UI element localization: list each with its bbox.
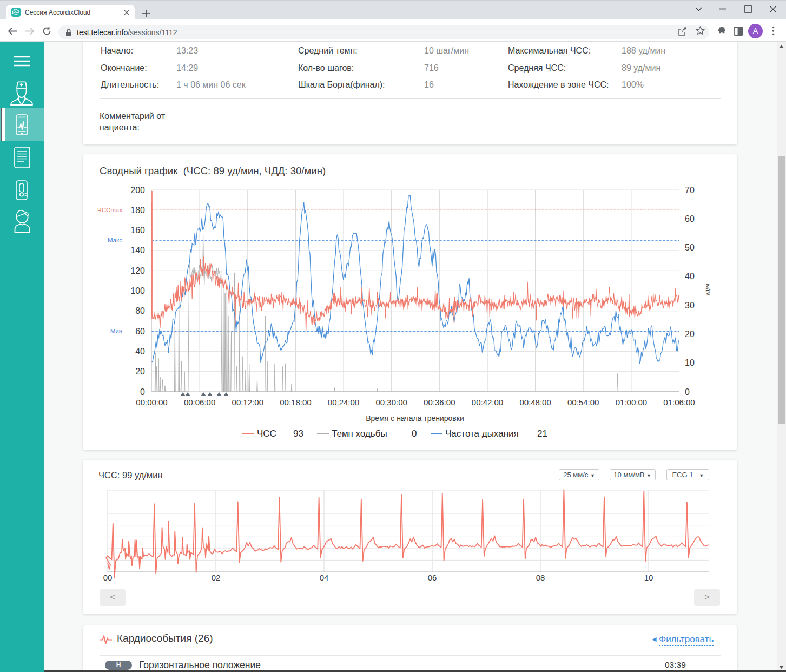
svg-text:Время с начала тренировки: Время с начала тренировки: [366, 413, 464, 422]
svg-text:00:36:00: 00:36:00: [424, 397, 455, 406]
svg-text:Сводный график (ЧСС: 89 уд/ми: Сводный график (ЧСС: 89 уд/мин, ЧДД: 30/…: [100, 164, 326, 176]
svg-text:0: 0: [685, 387, 690, 396]
svg-text:120: 120: [130, 266, 145, 275]
svg-text:08: 08: [536, 573, 545, 582]
svg-text:50: 50: [685, 243, 695, 252]
svg-text:0: 0: [140, 387, 145, 396]
svg-text:00:00:00: 00:00:00: [136, 397, 167, 406]
svg-text:00:12:00: 00:12:00: [232, 397, 263, 406]
svg-text:70: 70: [685, 185, 695, 194]
svg-text:20: 20: [135, 367, 145, 376]
svg-text:180: 180: [130, 205, 145, 214]
svg-text:10: 10: [644, 573, 653, 582]
svg-text:140: 140: [130, 246, 145, 255]
svg-text:20: 20: [685, 329, 695, 338]
svg-text:100: 100: [130, 286, 145, 295]
svg-text:ЧССmax: ЧССmax: [97, 207, 122, 213]
svg-text:Мин: Мин: [110, 328, 122, 334]
svg-text:80: 80: [135, 306, 145, 315]
svg-text:00:42:00: 00:42:00: [472, 397, 503, 406]
svg-text:02: 02: [212, 573, 221, 582]
svg-text:21: 21: [537, 428, 547, 438]
svg-text:30: 30: [685, 300, 695, 309]
svg-text:уд/м: уд/м: [704, 284, 710, 295]
svg-text:06: 06: [428, 573, 437, 582]
svg-text:01:06:00: 01:06:00: [663, 397, 695, 406]
svg-text:00:18:00: 00:18:00: [280, 397, 311, 406]
svg-text:Темп ходьбы: Темп ходьбы: [332, 428, 387, 438]
svg-text:40: 40: [135, 346, 145, 355]
svg-text:Макс: Макс: [108, 237, 122, 243]
svg-text:00:06:00: 00:06:00: [184, 397, 215, 406]
svg-text:ЧСС: ЧСС: [257, 428, 276, 438]
svg-text:60: 60: [135, 326, 145, 335]
svg-text:93: 93: [293, 428, 303, 438]
svg-text:10: 10: [685, 358, 695, 367]
svg-text:00:30:00: 00:30:00: [376, 397, 407, 406]
svg-text:04: 04: [320, 573, 329, 582]
svg-text:40: 40: [685, 272, 695, 281]
svg-text:00:48:00: 00:48:00: [519, 397, 551, 406]
svg-text:ЧСС: 99 уд/мин: ЧСС: 99 уд/мин: [98, 470, 163, 480]
svg-text:60: 60: [685, 214, 695, 223]
svg-text:00:24:00: 00:24:00: [328, 397, 359, 406]
svg-text:00:54:00: 00:54:00: [567, 397, 599, 406]
svg-text:0: 0: [412, 428, 417, 438]
svg-text:200: 200: [130, 185, 145, 194]
svg-text:160: 160: [130, 226, 145, 235]
svg-text:Частота дыхания: Частота дыхания: [445, 428, 519, 438]
svg-text:01:00:00: 01:00:00: [616, 397, 647, 406]
svg-text:00: 00: [103, 573, 113, 582]
